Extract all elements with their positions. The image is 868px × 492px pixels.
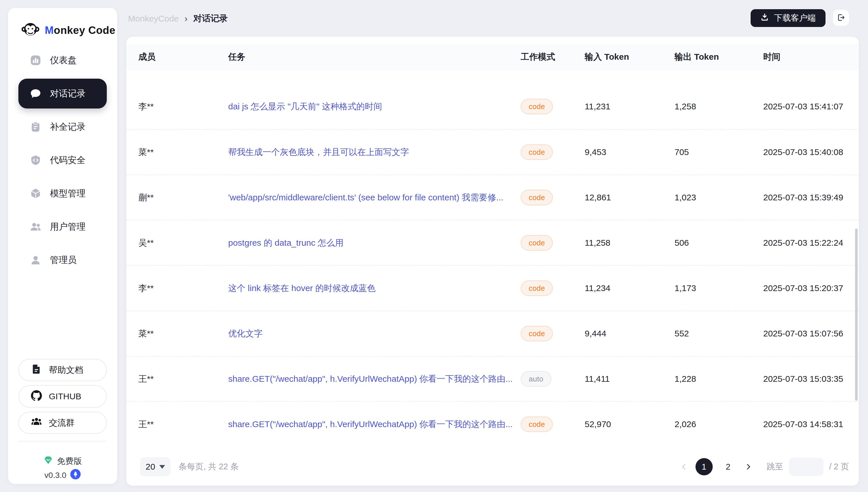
task-link[interactable]: share.GET("/wechat/app", h.VerifyUrlWech… [228, 373, 513, 385]
help-docs-button[interactable]: 帮助文档 [18, 359, 107, 381]
logout-icon [837, 13, 845, 23]
document-icon [31, 364, 42, 377]
task-link[interactable]: dai js 怎么显示 "几天前" 这种格式的时间 [228, 101, 382, 113]
sidebar-item-admin[interactable]: 管理员 [18, 245, 107, 275]
sidebar-nav: 仪表盘 对话记录 补全记录 代码安全 [18, 45, 107, 278]
users-icon [29, 220, 42, 233]
chevron-down-icon [159, 465, 165, 469]
pagination-right: 1 2 跳至 / 2 页 [676, 455, 849, 478]
input-token-cell: 12,861 [585, 175, 671, 220]
brand-name: Monkey Code [45, 24, 116, 36]
member-cell: 菜** [138, 130, 224, 174]
sidebar-item-label: 管理员 [50, 254, 77, 266]
prev-page-button[interactable] [676, 459, 692, 475]
output-token-cell: 1,173 [674, 266, 758, 311]
table-row: 蒯** 'web/app/src/middleware/client.ts' (… [126, 174, 859, 220]
pagination-summary: 条每页, 共 22 条 [178, 461, 239, 472]
task-link[interactable]: 优化文字 [228, 328, 263, 340]
sidebar-item-label: 用户管理 [50, 221, 85, 233]
work-mode-badge: code [521, 235, 553, 251]
community-group-button[interactable]: 交流群 [18, 412, 107, 434]
sidebar-item-completion-history[interactable]: 补全记录 [18, 112, 107, 142]
github-button[interactable]: GITHUB [18, 385, 107, 408]
member-cell: 李** [138, 266, 224, 311]
sidebar-item-chat-history[interactable]: 对话记录 [18, 79, 107, 108]
time-cell: 2025-07-03 15:20:37 [763, 266, 858, 311]
time-cell: 2025-07-03 15:03:35 [763, 356, 858, 401]
edition-label: 免费版 [57, 456, 82, 467]
page-button-1[interactable]: 1 [695, 458, 713, 475]
breadcrumb: MonkeyCode › 对话记录 [128, 13, 228, 24]
logout-button[interactable] [833, 10, 849, 26]
github-label: GITHUB [49, 392, 81, 401]
pagination: 20 条每页, 共 22 条 1 2 跳至 / 2 页 [126, 455, 859, 478]
work-mode-badge: code [521, 326, 553, 341]
sidebar-item-dashboard[interactable]: 仪表盘 [18, 45, 107, 75]
table-header: 成员 任务 工作模式 输入 Token 输出 Token 时间 [126, 44, 859, 70]
gem-icon [43, 455, 53, 467]
page-size-select[interactable]: 20 [140, 457, 171, 476]
download-client-button[interactable]: 下载客户端 [751, 9, 825, 27]
sidebar-item-label: 代码安全 [50, 154, 85, 166]
table-row: 李** 这个 link 标签在 hover 的时候改成蓝色 code 11,23… [126, 265, 859, 311]
table-row: 菜** 帮我生成一个灰色底块，并且可以在上面写文字 code 9,453 705… [126, 129, 859, 174]
work-mode-badge: auto [521, 371, 551, 387]
breadcrumb-separator: › [184, 13, 188, 24]
version-label: v0.3.0 [45, 471, 66, 480]
github-icon [31, 390, 42, 403]
member-cell: 吴** [138, 220, 224, 265]
upgrade-icon[interactable] [70, 469, 81, 482]
sidebar-divider [18, 441, 107, 441]
page: Monkey Code 仪表盘 对话记录 补全记录 [0, 0, 868, 492]
member-cell: 李** [138, 84, 224, 129]
input-token-cell: 9,453 [585, 130, 671, 174]
total-pages-label: / 2 页 [829, 461, 849, 472]
dashboard-icon [29, 54, 42, 67]
download-icon [760, 13, 769, 24]
community-group-label: 交流群 [49, 417, 75, 429]
time-cell: 2025-07-03 15:40:08 [763, 130, 858, 174]
shield-code-icon [29, 154, 42, 167]
brand: Monkey Code [21, 21, 116, 40]
input-token-cell: 11,411 [585, 356, 671, 401]
column-header-time: 时间 [763, 44, 858, 70]
jump-to-page-input[interactable] [789, 458, 823, 476]
table-row: 吴** postgres 的 data_trunc 怎么用 code 11,25… [126, 220, 859, 265]
monkey-logo-icon [21, 21, 40, 40]
group-icon [31, 417, 42, 429]
page-button-2[interactable]: 2 [720, 458, 737, 475]
sidebar-item-label: 模型管理 [50, 188, 85, 199]
output-token-cell: 705 [674, 130, 758, 174]
task-link[interactable]: 帮我生成一个灰色底块，并且可以在上面写文字 [228, 146, 409, 158]
sidebar-item-model-management[interactable]: 模型管理 [18, 178, 107, 208]
table-row: 菜** 优化文字 code 9,444 552 2025-07-03 15:07… [126, 311, 859, 356]
table-body: 李** dai js 怎么显示 "几天前" 这种格式的时间 code 11,23… [126, 84, 859, 447]
input-token-cell: 52,970 [585, 402, 671, 447]
breadcrumb-root[interactable]: MonkeyCode [128, 14, 179, 24]
sidebar-item-code-security[interactable]: 代码安全 [18, 145, 107, 175]
table-row: 王** share.GET("/wechat/app", h.VerifyUrl… [126, 356, 859, 401]
output-token-cell: 2,026 [674, 402, 758, 447]
time-cell: 2025-07-03 15:39:49 [763, 175, 858, 220]
time-cell: 2025-07-03 14:58:31 [763, 402, 858, 447]
download-client-label: 下载客户端 [774, 13, 816, 24]
task-link[interactable]: 'web/app/src/middleware/client.ts' (see … [228, 192, 503, 203]
work-mode-badge: code [521, 280, 553, 296]
sidebar-item-label: 仪表盘 [50, 54, 77, 66]
next-page-button[interactable] [740, 459, 757, 475]
task-link[interactable]: postgres 的 data_trunc 怎么用 [228, 237, 344, 249]
work-mode-badge: code [521, 99, 553, 114]
member-cell: 菜** [138, 311, 224, 356]
records-table-card: 成员 任务 工作模式 输入 Token 输出 Token 时间 李** dai … [126, 37, 859, 486]
pagination-left: 20 条每页, 共 22 条 [140, 455, 239, 478]
output-token-cell: 1,228 [674, 356, 758, 401]
work-mode-badge: code [521, 190, 553, 205]
member-cell: 王** [138, 402, 224, 447]
column-header-input-token: 输入 Token [585, 44, 671, 70]
task-link[interactable]: share.GET("/wechat/app", h.VerifyUrlWech… [228, 419, 513, 430]
vertical-scrollbar-thumb[interactable] [855, 228, 858, 401]
output-token-cell: 1,258 [674, 84, 758, 129]
sidebar-item-user-management[interactable]: 用户管理 [18, 212, 107, 242]
input-token-cell: 11,258 [585, 220, 671, 265]
task-link[interactable]: 这个 link 标签在 hover 的时候改成蓝色 [228, 282, 375, 294]
